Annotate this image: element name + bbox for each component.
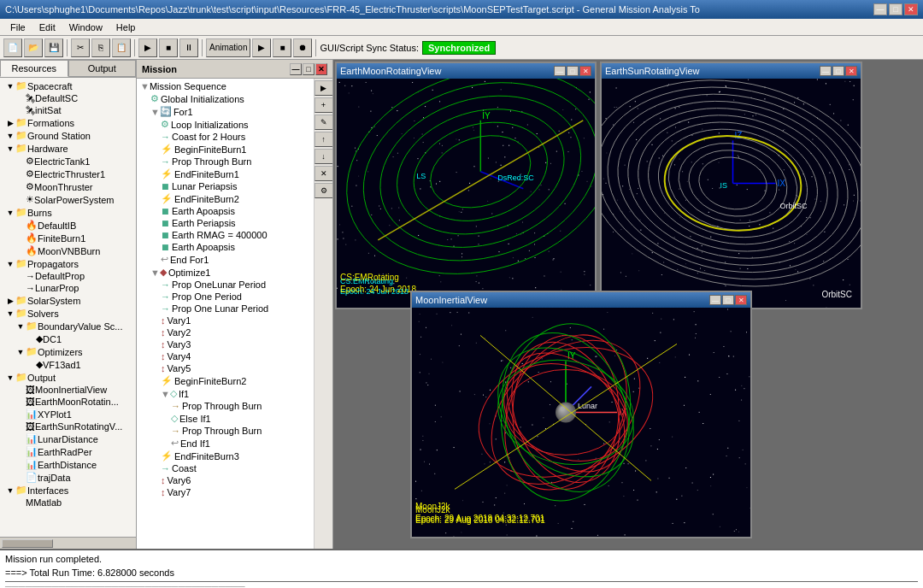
tree-item-solarpowersystem[interactable]: ☀ SolarPowerSystem — [2, 193, 134, 206]
mission-close-btn[interactable]: ✕ — [315, 63, 327, 75]
animation-button[interactable]: Animation — [206, 38, 250, 57]
tree-item-earthsunrotating[interactable]: 🖼 EarthSunRotatingV... — [2, 420, 134, 432]
m-prop1lp2[interactable]: → Prop One Period — [138, 291, 312, 303]
m-vary4[interactable]: ↕ Vary4 — [138, 350, 312, 362]
moon-inertial-min[interactable]: — — [709, 295, 721, 305]
m-prop1lp1[interactable]: → Prop One Lunar Period — [138, 279, 312, 291]
m-global-init[interactable]: ⚙ Global Initializations — [138, 92, 312, 105]
new-button[interactable]: 📄 — [3, 38, 22, 57]
tree-item-electricthruster[interactable]: ⚙ ElectricThruster1 — [2, 168, 134, 180]
anim-rec[interactable]: ⏺ — [293, 38, 312, 57]
pause-button[interactable]: ⏸ — [179, 38, 198, 57]
tree-item-dc1[interactable]: ◆ DC1 — [2, 332, 134, 345]
tree-item-moonthruster[interactable]: ⚙ MoonThruster — [2, 180, 134, 193]
tree-item-vf13ad1[interactable]: ◆ VF13ad1 — [2, 358, 134, 371]
earth-moon-min[interactable]: — — [554, 66, 566, 76]
menu-help[interactable]: Help — [109, 21, 143, 34]
m-vary5[interactable]: ↕ Vary5 — [138, 362, 312, 374]
m-vary2[interactable]: ↕ Vary2 — [138, 326, 312, 338]
tree-item-defaultsc[interactable]: 🛰 DefaultSC — [2, 92, 134, 104]
tree-item-hardware[interactable]: ▼ 📁 Hardware — [2, 142, 134, 155]
tab-output[interactable]: Output — [68, 60, 137, 77]
m-vary7[interactable]: ↕ Vary7 — [138, 486, 312, 498]
m-elseif1[interactable]: ◇ Else If1 — [138, 412, 312, 425]
m-loop-init[interactable]: ⚙ Loop Initializations — [138, 118, 312, 131]
m-endfiniteburn1[interactable]: ⚡ EndFiniteBurn1 — [138, 168, 312, 180]
tree-item-initsat[interactable]: 🛰 initSat — [2, 104, 134, 116]
tree-item-defaultprop[interactable]: → DefaultProp — [2, 270, 134, 282]
m-if1[interactable]: ▼ ◇ If1 — [138, 387, 312, 400]
stop-button[interactable]: ■ — [159, 38, 178, 57]
tree-item-solarsystem[interactable]: ▶ 📁 SolarSystem — [2, 294, 134, 307]
menu-file[interactable]: File — [3, 21, 32, 34]
run-button[interactable]: ▶ — [138, 38, 157, 57]
m-ptb-if[interactable]: → Prop Through Burn — [138, 400, 312, 412]
tree-item-output[interactable]: ▼ 📁 Output — [2, 371, 134, 384]
minimize-button[interactable]: — — [873, 3, 887, 15]
tree-item-earthmoonrotating[interactable]: 🖼 EarthMoonRotatin... — [2, 396, 134, 408]
tree-item-earthdistance[interactable]: 📊 EarthDistance — [2, 458, 134, 471]
m-earth-apoapsis1[interactable]: ⏹ Earth Apoapsis — [138, 205, 312, 217]
m-endif1[interactable]: ↩ End If1 — [138, 437, 312, 450]
mtool-btn2[interactable]: + — [315, 97, 333, 113]
earth-sun-close[interactable]: ✕ — [845, 66, 857, 76]
m-vary3[interactable]: ↕ Vary3 — [138, 338, 312, 350]
m-coast[interactable]: → Coast — [138, 462, 312, 474]
mission-min-btn[interactable]: — — [290, 63, 302, 75]
m-optimize1[interactable]: ▼ ◆ Optimize1 — [138, 266, 312, 279]
tree-item-moonvnbburn[interactable]: 🔥 MoonVNBBurn — [2, 244, 134, 257]
paste-button[interactable]: 📋 — [112, 38, 131, 57]
mtool-btn6[interactable]: ✕ — [315, 166, 333, 181]
m-earth-apoapsis2[interactable]: ⏹ Earth Apoapsis — [138, 241, 312, 253]
m-prop1lp3[interactable]: → Prop One Lunar Period — [138, 303, 312, 315]
menu-edit[interactable]: Edit — [32, 21, 62, 34]
m-ptb-else[interactable]: → Prop Through Burn — [138, 425, 312, 437]
menu-window[interactable]: Window — [62, 21, 109, 34]
mtool-btn7[interactable]: ⚙ — [315, 183, 333, 198]
m-endfor1[interactable]: ↩ End For1 — [138, 253, 312, 266]
m-beginfiniteburn2[interactable]: ⚡ BeginFiniteBurn2 — [138, 374, 312, 387]
tree-item-spacecraft[interactable]: ▼ 📁 Spacecraft — [2, 79, 134, 92]
m-beginfiniteburn1[interactable]: ⚡ BeginFiniteBurn1 — [138, 143, 312, 156]
anim-play[interactable]: ▶ — [252, 38, 271, 57]
m-coast2h[interactable]: → Coast for 2 Hours — [138, 131, 312, 143]
tree-item-optimizers[interactable]: ▼ 📁 Optimizers — [2, 345, 134, 358]
m-endfiniteburn3[interactable]: ⚡ EndFiniteBurn3 — [138, 450, 312, 462]
tree-item-defaultib[interactable]: 🔥 DefaultIB — [2, 219, 134, 232]
tree-item-trajdata[interactable]: 📄 trajData — [2, 471, 134, 484]
tree-item-boundary[interactable]: ▼ 📁 Boundary Value Sc... — [2, 320, 134, 332]
tree-item-xyplot1[interactable]: 📊 XYPlot1 — [2, 408, 134, 420]
copy-button[interactable]: ⎘ — [91, 38, 110, 57]
earth-sun-max[interactable]: □ — [832, 66, 844, 76]
earth-sun-min[interactable]: — — [820, 66, 832, 76]
m-earth-rmag[interactable]: ⏹ Earth RMAG = 400000 — [138, 229, 312, 241]
tree-item-burns[interactable]: ▼ 📁 Burns — [2, 206, 134, 219]
tree-item-earthradper[interactable]: 📊 EarthRadPer — [2, 445, 134, 458]
m-endfiniteburn2[interactable]: ⚡ EndFiniteBurn2 — [138, 192, 312, 205]
tree-item-interfaces[interactable]: ▼ 📁 Interfaces — [2, 484, 134, 497]
m-for1[interactable]: ▼ 🔄 For1 — [138, 105, 312, 118]
m-lunar-periapsis[interactable]: ⏹ Lunar Periapsis — [138, 180, 312, 192]
m-earth-periapsis[interactable]: ⏹ Earth Periapsis — [138, 217, 312, 229]
mtool-btn1[interactable]: ▶ — [315, 80, 333, 96]
tree-item-propagators[interactable]: ▼ 📁 Propagators — [2, 257, 134, 270]
tree-item-mooninertialview[interactable]: 🖼 MoonInertialView — [2, 384, 134, 396]
tab-resources[interactable]: Resources — [0, 60, 68, 77]
m-propthroughburn[interactable]: → Prop Through Burn — [138, 156, 312, 168]
moon-inertial-close[interactable]: ✕ — [735, 295, 747, 305]
maximize-button[interactable]: □ — [889, 3, 902, 15]
tree-item-lunarprop[interactable]: → LunarProp — [2, 282, 134, 294]
earth-moon-max[interactable]: □ — [567, 66, 579, 76]
close-button[interactable]: ✕ — [904, 3, 918, 15]
m-vary1[interactable]: ↕ Vary1 — [138, 315, 312, 326]
moon-inertial-max[interactable]: □ — [722, 295, 734, 305]
open-button[interactable]: 📂 — [24, 38, 43, 57]
cut-button[interactable]: ✂ — [71, 38, 90, 57]
anim-stop[interactable]: ■ — [273, 38, 291, 57]
earth-moon-close[interactable]: ✕ — [579, 66, 591, 76]
tree-item-matlab[interactable]: Μ Matlab — [2, 497, 134, 509]
mtool-btn3[interactable]: ✎ — [315, 115, 333, 130]
scrollbar-h[interactable] — [0, 537, 136, 549]
tree-item-solvers[interactable]: ▼ 📁 Solvers — [2, 307, 134, 320]
m-vary6[interactable]: ↕ Vary6 — [138, 474, 312, 486]
